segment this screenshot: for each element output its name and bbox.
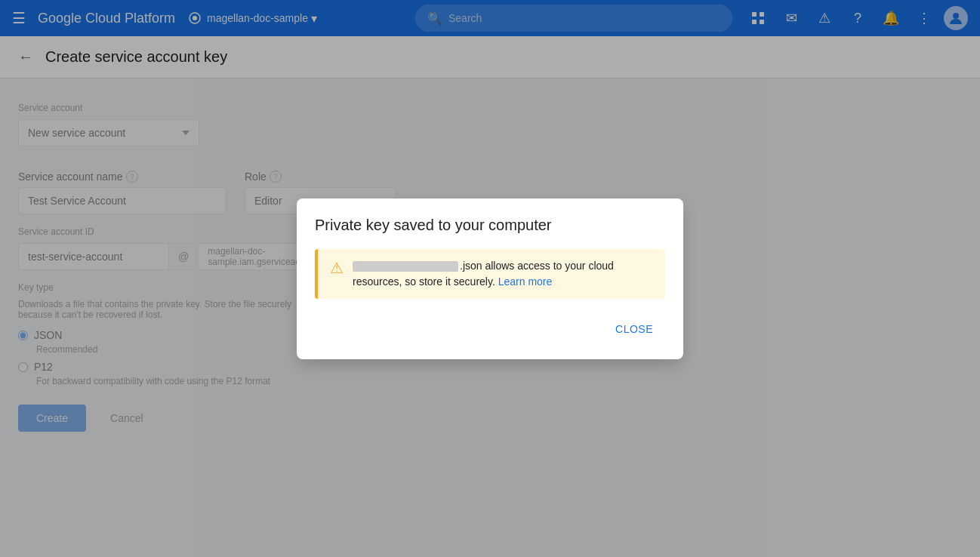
learn-more-link[interactable]: Learn more: [498, 275, 553, 288]
warning-text: .json allows access to your cloud resour…: [353, 258, 653, 290]
warning-icon: ⚠: [330, 259, 344, 277]
warning-box: ⚠ .json allows access to your cloud reso…: [315, 249, 665, 299]
modal-actions: CLOSE: [315, 317, 665, 341]
modal-overlay: Private key saved to your computer ⚠ .js…: [0, 0, 980, 557]
content-area: Service account New service account Serv…: [0, 78, 980, 557]
filename-blurred: [353, 261, 458, 272]
modal-dialog: Private key saved to your computer ⚠ .js…: [297, 198, 683, 359]
close-button[interactable]: CLOSE: [603, 317, 665, 341]
modal-title: Private key saved to your computer: [315, 217, 665, 234]
